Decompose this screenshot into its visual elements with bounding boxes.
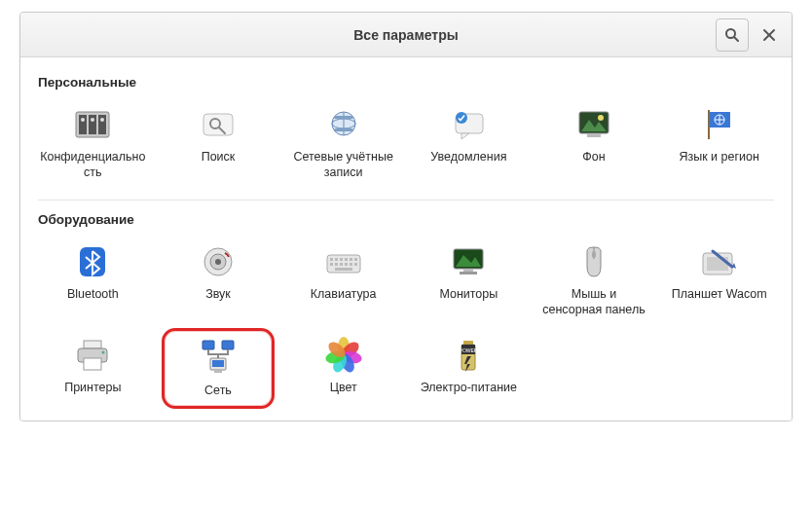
item-notifications[interactable]: Уведомления <box>406 97 532 190</box>
sound-label: Звук <box>205 287 231 303</box>
svg-rect-45 <box>354 263 357 266</box>
svg-rect-39 <box>354 258 357 261</box>
svg-rect-61 <box>203 341 214 349</box>
power-label: Электро-питание <box>421 381 517 396</box>
svg-rect-25 <box>587 133 601 137</box>
svg-rect-59 <box>84 358 101 370</box>
svg-rect-18 <box>334 128 353 131</box>
svg-rect-42 <box>340 263 343 266</box>
svg-rect-49 <box>463 269 473 272</box>
power-icon: POWER <box>447 334 490 377</box>
displays-label: Мониторы <box>439 287 498 303</box>
item-sound[interactable]: Звук <box>156 235 281 327</box>
svg-rect-46 <box>335 268 352 271</box>
svg-rect-57 <box>84 341 101 348</box>
personal-grid: Конфиденциальность Поиск Сетевые учётные… <box>20 93 792 190</box>
empty-cell <box>656 328 782 410</box>
svg-line-1 <box>734 37 738 41</box>
search-panel-icon <box>197 103 240 146</box>
svg-rect-73 <box>463 341 473 345</box>
titlebar-right <box>716 18 786 52</box>
bluetooth-icon <box>71 240 114 283</box>
section-personal-header: Персональные <box>20 67 792 93</box>
notifications-icon <box>447 103 490 146</box>
search-label: Поиск <box>202 150 236 165</box>
online-accounts-icon <box>322 103 365 146</box>
svg-rect-65 <box>214 370 222 373</box>
empty-cell <box>532 328 657 410</box>
search-button[interactable] <box>716 18 749 52</box>
close-button[interactable] <box>753 18 786 52</box>
item-color[interactable]: Цвет <box>280 328 406 410</box>
svg-rect-36 <box>340 258 343 261</box>
item-region[interactable]: Язык и регион <box>656 97 782 190</box>
item-search[interactable]: Поиск <box>156 97 281 190</box>
privacy-icon <box>71 103 114 146</box>
wacom-label: Планшет Wacom <box>672 287 767 303</box>
svg-rect-37 <box>345 258 348 261</box>
sound-icon <box>197 240 240 283</box>
network-icon <box>197 337 240 380</box>
keyboard-icon <box>322 240 365 283</box>
svg-rect-62 <box>222 341 234 349</box>
wacom-icon <box>698 240 741 283</box>
search-icon <box>724 27 740 43</box>
svg-rect-43 <box>345 263 348 266</box>
displays-icon <box>447 240 490 283</box>
item-printers[interactable]: Принтеры <box>30 328 156 410</box>
mouse-label: Мышь и сенсорная панель <box>540 287 647 317</box>
svg-text:POWER: POWER <box>460 347 478 353</box>
item-keyboard[interactable]: Клавиатура <box>280 235 406 327</box>
svg-rect-64 <box>212 360 224 367</box>
keyboard-label: Клавиатура <box>311 287 377 303</box>
background-icon <box>572 103 615 146</box>
item-bluetooth[interactable]: Bluetooth <box>30 235 156 327</box>
svg-point-8 <box>81 118 85 122</box>
item-network[interactable]: Сеть <box>162 328 276 410</box>
mouse-icon <box>572 240 615 283</box>
svg-rect-54 <box>707 257 728 271</box>
item-online-accounts[interactable]: Сетевые учётные записи <box>280 97 406 190</box>
item-wacom[interactable]: Планшет Wacom <box>656 235 782 327</box>
item-mouse[interactable]: Мышь и сенсорная панель <box>532 235 657 327</box>
content-area: Персональные Конфиденциальность Поиск Се… <box>20 57 792 421</box>
svg-point-60 <box>102 350 105 353</box>
titlebar: Все параметры <box>20 13 792 57</box>
region-icon <box>698 103 741 146</box>
color-label: Цвет <box>330 381 357 396</box>
close-icon <box>762 28 776 42</box>
privacy-label: Конфиденциальность <box>39 150 146 180</box>
item-displays[interactable]: Мониторы <box>406 235 532 327</box>
svg-rect-41 <box>335 263 338 266</box>
svg-rect-40 <box>330 263 333 266</box>
item-power[interactable]: POWER Электро-питание <box>406 328 532 410</box>
section-hardware-header: Оборудование <box>20 204 792 231</box>
svg-marker-20 <box>461 133 469 139</box>
network-label: Сеть <box>204 384 232 399</box>
color-icon <box>322 334 365 377</box>
svg-rect-34 <box>330 258 333 261</box>
printers-label: Принтеры <box>64 381 121 396</box>
item-privacy[interactable]: Конфиденциальность <box>30 97 156 190</box>
item-background[interactable]: Фон <box>532 97 657 190</box>
hardware-grid: Bluetooth Звук Клавиатура Мониторы <box>20 231 792 409</box>
svg-rect-38 <box>350 258 352 261</box>
section-separator <box>38 200 774 201</box>
svg-point-24 <box>598 115 604 121</box>
svg-point-10 <box>100 118 104 122</box>
printers-icon <box>71 334 114 377</box>
svg-rect-44 <box>350 263 352 266</box>
bluetooth-label: Bluetooth <box>67 287 119 303</box>
online-accounts-label: Сетевые учётные записи <box>290 150 397 180</box>
settings-window: Все параметры Персональные Конфиденциаль… <box>19 12 793 421</box>
svg-point-32 <box>215 259 221 265</box>
window-title: Все параметры <box>353 27 458 43</box>
region-label: Язык и регион <box>679 150 758 165</box>
svg-rect-11 <box>203 114 233 135</box>
svg-rect-17 <box>334 116 353 119</box>
notifications-label: Уведомления <box>430 150 506 165</box>
svg-rect-35 <box>335 258 338 261</box>
svg-rect-50 <box>460 272 477 274</box>
svg-rect-52 <box>592 251 596 258</box>
svg-point-9 <box>91 118 94 122</box>
